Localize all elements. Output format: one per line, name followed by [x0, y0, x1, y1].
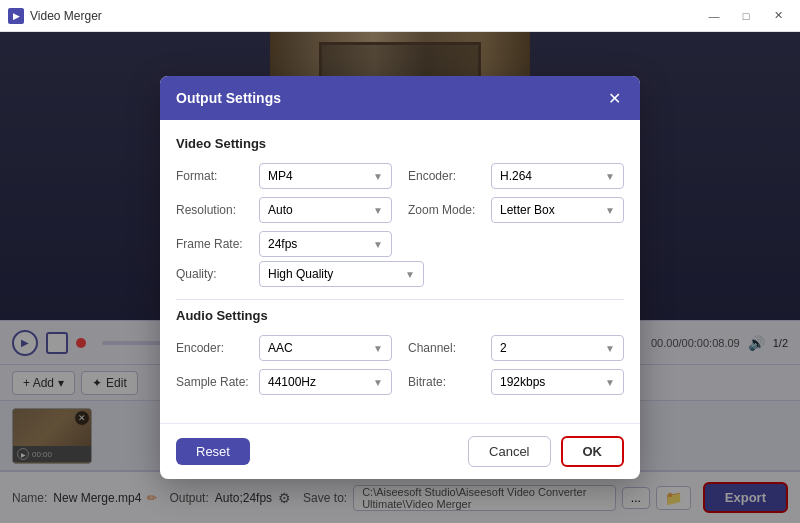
reset-button[interactable]: Reset — [176, 438, 250, 465]
bitrate-label: Bitrate: — [408, 375, 483, 389]
sample-rate-select[interactable]: 44100Hz ▼ — [259, 369, 392, 395]
audio-settings-grid: Encoder: AAC ▼ Channel: 2 ▼ — [176, 335, 624, 395]
resolution-select[interactable]: Auto ▼ — [259, 197, 392, 223]
app-title: Video Merger — [30, 9, 102, 23]
modal-action-buttons: Cancel OK — [468, 436, 624, 467]
cancel-button[interactable]: Cancel — [468, 436, 550, 467]
zoom-mode-row: Zoom Mode: Letter Box ▼ — [408, 197, 624, 223]
encoder-label: Encoder: — [408, 169, 483, 183]
resolution-row: Resolution: Auto ▼ — [176, 197, 392, 223]
modal-header: Output Settings ✕ — [160, 76, 640, 120]
format-label: Format: — [176, 169, 251, 183]
zoom-mode-label: Zoom Mode: — [408, 203, 483, 217]
format-value: MP4 — [268, 169, 293, 183]
quality-row: Quality: High Quality ▼ — [176, 261, 624, 287]
frame-rate-select[interactable]: 24fps ▼ — [259, 231, 392, 257]
encoder-value: H.264 — [500, 169, 532, 183]
sample-rate-label: Sample Rate: — [176, 375, 251, 389]
close-button[interactable]: ✕ — [764, 6, 792, 26]
audio-encoder-row: Encoder: AAC ▼ — [176, 335, 392, 361]
zoom-mode-arrow: ▼ — [605, 205, 615, 216]
quality-arrow: ▼ — [405, 269, 415, 280]
modal-body: Video Settings Format: MP4 ▼ Encoder: — [160, 120, 640, 423]
resolution-arrow: ▼ — [373, 205, 383, 216]
format-arrow: ▼ — [373, 171, 383, 182]
maximize-button[interactable]: □ — [732, 6, 760, 26]
quality-select[interactable]: High Quality ▼ — [259, 261, 424, 287]
frame-rate-row: Frame Rate: 24fps ▼ — [176, 231, 392, 257]
ok-button[interactable]: OK — [561, 436, 625, 467]
window-controls: — □ ✕ — [700, 6, 792, 26]
modal-title: Output Settings — [176, 90, 281, 106]
title-bar: ▶ Video Merger — □ ✕ — [0, 0, 800, 32]
audio-encoder-label: Encoder: — [176, 341, 251, 355]
modal-close-button[interactable]: ✕ — [604, 88, 624, 108]
frame-rate-label: Frame Rate: — [176, 237, 251, 251]
sample-rate-value: 44100Hz — [268, 375, 316, 389]
app-icon: ▶ — [8, 8, 24, 24]
format-row: Format: MP4 ▼ — [176, 163, 392, 189]
minimize-button[interactable]: — — [700, 6, 728, 26]
channel-value: 2 — [500, 341, 507, 355]
frame-rate-arrow: ▼ — [373, 239, 383, 250]
audio-encoder-value: AAC — [268, 341, 293, 355]
zoom-mode-value: Letter Box — [500, 203, 555, 217]
resolution-value: Auto — [268, 203, 293, 217]
sample-rate-arrow: ▼ — [373, 377, 383, 388]
format-select[interactable]: MP4 ▼ — [259, 163, 392, 189]
modal-overlay: Output Settings ✕ Video Settings Format:… — [0, 32, 800, 523]
sample-rate-row: Sample Rate: 44100Hz ▼ — [176, 369, 392, 395]
channel-row: Channel: 2 ▼ — [408, 335, 624, 361]
channel-arrow: ▼ — [605, 343, 615, 354]
main-area: ▶ 00.00/00:00:08.09 🔊 1/2 + Add ▾ ✦ Edit — [0, 32, 800, 523]
bitrate-arrow: ▼ — [605, 377, 615, 388]
bitrate-row: Bitrate: 192kbps ▼ — [408, 369, 624, 395]
audio-settings-title: Audio Settings — [176, 308, 624, 323]
section-divider — [176, 299, 624, 300]
encoder-row: Encoder: H.264 ▼ — [408, 163, 624, 189]
quality-value: High Quality — [268, 267, 333, 281]
channel-label: Channel: — [408, 341, 483, 355]
frame-rate-value: 24fps — [268, 237, 297, 251]
bitrate-select[interactable]: 192kbps ▼ — [491, 369, 624, 395]
output-settings-modal: Output Settings ✕ Video Settings Format:… — [160, 76, 640, 479]
video-settings-grid: Format: MP4 ▼ Encoder: H.264 ▼ — [176, 163, 624, 257]
quality-label: Quality: — [176, 267, 251, 281]
bitrate-value: 192kbps — [500, 375, 545, 389]
video-settings-title: Video Settings — [176, 136, 624, 151]
resolution-label: Resolution: — [176, 203, 251, 217]
channel-select[interactable]: 2 ▼ — [491, 335, 624, 361]
audio-encoder-select[interactable]: AAC ▼ — [259, 335, 392, 361]
modal-footer: Reset Cancel OK — [160, 423, 640, 479]
zoom-mode-select[interactable]: Letter Box ▼ — [491, 197, 624, 223]
encoder-arrow: ▼ — [605, 171, 615, 182]
audio-encoder-arrow: ▼ — [373, 343, 383, 354]
encoder-select[interactable]: H.264 ▼ — [491, 163, 624, 189]
